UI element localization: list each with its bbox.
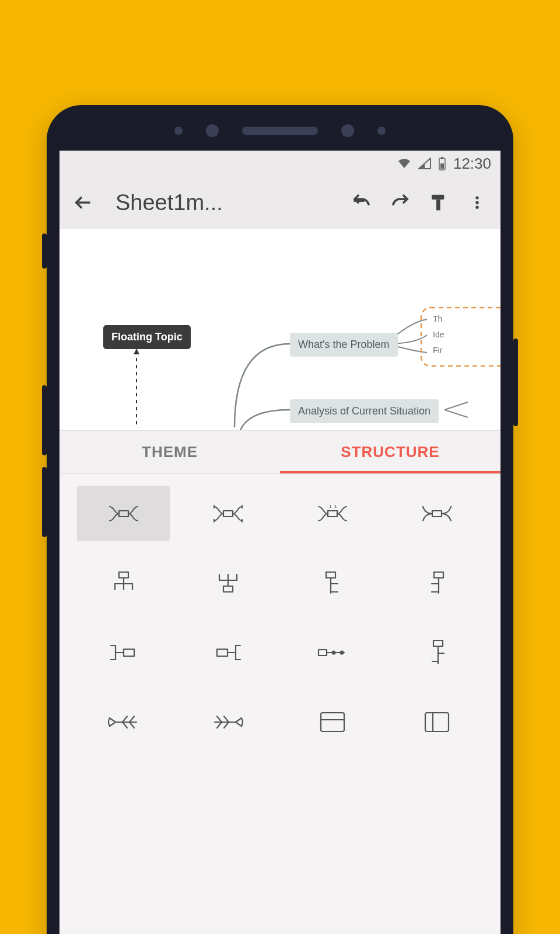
svg-rect-10 — [119, 511, 128, 517]
mindmap-canvas[interactable]: Floating Topic What's the Problem Analys… — [60, 229, 501, 430]
structure-org-down[interactable] — [77, 555, 170, 611]
svg-point-5 — [475, 196, 478, 199]
structure-h-spread[interactable] — [77, 486, 170, 541]
tab-theme[interactable]: THEME — [60, 431, 280, 473]
redo-button[interactable] — [388, 191, 412, 214]
svg-rect-1 — [441, 157, 443, 159]
battery-icon — [438, 156, 446, 170]
structure-matrix[interactable] — [286, 694, 379, 750]
svg-rect-25 — [433, 640, 443, 646]
phone-volume-up — [42, 385, 47, 455]
phone-volume-down — [42, 467, 47, 537]
clipped-text-1: Th — [433, 314, 442, 323]
tab-structure[interactable]: STRUCTURE — [280, 431, 501, 473]
wifi-icon — [397, 158, 411, 169]
svg-rect-16 — [119, 572, 128, 578]
panel-tabs: THEME STRUCTURE — [60, 430, 501, 474]
structure-h-spread-smooth[interactable] — [390, 486, 483, 541]
structure-timeline-vert[interactable] — [390, 625, 483, 680]
structure-fishbone-left[interactable] — [77, 694, 170, 750]
structure-org-up[interactable] — [181, 555, 274, 611]
structure-panel: 11 — [60, 474, 501, 934]
svg-rect-28 — [425, 713, 449, 731]
app-toolbar: Sheet1m... — [60, 176, 501, 229]
structure-grid: 11 — [77, 486, 483, 750]
svg-rect-15 — [432, 511, 442, 517]
status-bar: 12:30 — [60, 151, 501, 176]
signal-icon — [418, 158, 431, 169]
svg-rect-11 — [223, 511, 233, 517]
mindmap-node-analysis[interactable]: Analysis of Current Situation — [290, 399, 439, 423]
sheet-title[interactable]: Sheet1m... — [116, 190, 223, 215]
svg-rect-17 — [223, 586, 233, 592]
svg-text:1: 1 — [329, 504, 332, 509]
phone-side-button — [42, 234, 47, 269]
svg-rect-2 — [440, 163, 444, 169]
svg-rect-4 — [436, 200, 440, 211]
svg-point-6 — [475, 201, 478, 204]
phone-sensors — [174, 124, 386, 137]
svg-rect-20 — [124, 649, 134, 656]
structure-timeline[interactable] — [286, 625, 379, 680]
clipped-text-3: Fir — [433, 346, 442, 355]
svg-rect-12 — [328, 511, 337, 517]
structure-logic-right[interactable] — [286, 555, 379, 611]
structure-logic-left[interactable] — [390, 555, 483, 611]
status-time: 12:30 — [453, 155, 491, 173]
phone-power-button — [513, 339, 518, 426]
mindmap-node-problem[interactable]: What's the Problem — [290, 333, 398, 357]
structure-fishbone-right[interactable] — [181, 694, 274, 750]
svg-rect-18 — [326, 572, 335, 578]
back-button[interactable] — [71, 191, 94, 214]
svg-rect-21 — [217, 649, 228, 656]
structure-tree-right[interactable] — [77, 625, 170, 680]
svg-point-7 — [475, 205, 478, 208]
svg-rect-22 — [318, 650, 327, 656]
structure-h-spread-num[interactable]: 11 — [286, 486, 379, 541]
svg-point-23 — [332, 651, 335, 654]
svg-text:1: 1 — [334, 504, 337, 509]
svg-rect-3 — [432, 195, 444, 200]
structure-tree-left[interactable] — [181, 625, 274, 680]
more-button[interactable] — [466, 191, 489, 214]
clipped-text-2: Ide — [433, 330, 444, 339]
undo-button[interactable] — [350, 191, 373, 214]
svg-rect-26 — [321, 713, 344, 731]
svg-point-24 — [341, 651, 344, 654]
structure-h-spread-down[interactable] — [181, 486, 274, 541]
phone-frame: 12:30 Sheet1m... — [47, 105, 513, 934]
screen: 12:30 Sheet1m... — [60, 151, 501, 934]
svg-rect-19 — [434, 572, 443, 578]
structure-spreadsheet[interactable] — [390, 694, 483, 750]
floating-topic-node[interactable]: Floating Topic — [103, 325, 191, 349]
format-button[interactable] — [427, 191, 450, 214]
